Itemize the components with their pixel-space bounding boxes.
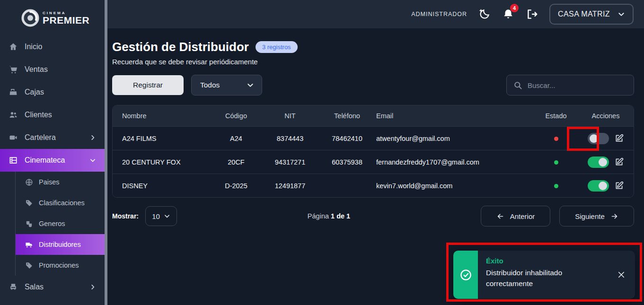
globe-icon	[25, 178, 33, 186]
truck-icon	[25, 241, 33, 249]
column-header-email: Email	[376, 112, 534, 120]
sidebar-subitem-paises[interactable]: Paises	[16, 172, 105, 192]
cell-nombre: DISNEY	[122, 182, 210, 190]
sidebar-item-salas[interactable]: Salas	[0, 276, 105, 298]
page-size-label: Mostrar:	[112, 212, 139, 220]
cell-nombre: 20 CENTURY FOX	[122, 158, 210, 166]
page-indicator: Página 1 de 1	[177, 212, 481, 220]
success-toast: Éxito Distribuidor inhabilitado correcta…	[453, 251, 635, 299]
column-header-codigo: Código	[210, 112, 262, 120]
cell-codigo: A24	[210, 135, 262, 142]
brand-premier-text: PREMIER	[43, 15, 89, 25]
edit-icon[interactable]	[614, 133, 624, 143]
column-header-acciones: Acciones	[578, 112, 634, 120]
next-page-label: Siguiente	[575, 212, 605, 220]
edit-icon[interactable]	[614, 157, 624, 167]
dark-mode-toggle-moon-icon[interactable]	[478, 8, 491, 20]
column-header-nombre: Nombre	[122, 112, 210, 120]
column-header-estado: Estado	[534, 112, 578, 120]
sidebar-subitem-label: Paises	[39, 178, 60, 186]
sidebar-item-cinemateca[interactable]: Cinemateca	[0, 149, 105, 172]
search-icon	[513, 81, 522, 90]
column-header-nit: NIT	[262, 112, 318, 120]
cinemateca-submenu: Paises Clasificaciones Generos Distribui…	[15, 172, 105, 276]
records-count-badge: 3 registros	[256, 41, 298, 53]
sidebar-subitem-label: Distribuidores	[39, 241, 81, 248]
search-input[interactable]	[528, 81, 627, 89]
sidebar-subitem-clasificaciones[interactable]: Clasificaciones	[16, 192, 105, 213]
sidebar-item-label: Ventas	[25, 65, 48, 74]
page-word: Página	[308, 212, 331, 220]
filter-dropdown-value: Todos	[200, 81, 220, 89]
distributors-table: Nombre Código NIT Teléfono Email Estado …	[112, 105, 634, 198]
sidebar-subitem-distribuidores[interactable]: Distribuidores	[16, 234, 105, 255]
chevron-right-icon	[89, 134, 96, 141]
cell-nombre: A24 FILMS	[122, 135, 210, 142]
sidebar-item-cajas[interactable]: Cajas	[0, 81, 105, 104]
register-button[interactable]: Registrar	[112, 75, 184, 95]
logout-icon[interactable]	[526, 8, 538, 20]
pagination-bar: Mostrar: 10 Página 1 de 1 Anterior Sigui…	[112, 206, 634, 227]
status-toggle[interactable]	[588, 157, 609, 168]
notifications-bell-icon[interactable]: 4	[502, 8, 514, 20]
toast-close-icon[interactable]	[615, 269, 627, 281]
sidebar-item-label: Cinemateca	[25, 156, 65, 165]
toast-message: Distribuidor inhabilitado correctamente	[486, 267, 597, 289]
tag-icon	[25, 261, 33, 270]
edit-icon[interactable]	[614, 181, 624, 191]
user-role-label: ADMINISTRADOR	[411, 11, 467, 17]
chevron-right-icon	[89, 284, 96, 290]
table-header-row: Nombre Código NIT Teléfono Email Estado …	[113, 105, 634, 126]
sidebar-item-label: Cartelera	[25, 133, 56, 142]
sidebar-subitem-generos[interactable]: Generos	[16, 213, 105, 234]
cell-codigo: 20CF	[210, 158, 262, 166]
chevron-down-icon	[247, 81, 254, 89]
cart-icon	[8, 65, 18, 74]
users-icon	[8, 110, 18, 120]
page-size-dropdown[interactable]: 10	[145, 206, 177, 226]
branch-selector-value: CASA MATRIZ	[558, 10, 610, 18]
sidebar-item-label: Salas	[25, 283, 44, 291]
cell-estado	[534, 135, 578, 142]
arrow-right-icon	[610, 212, 618, 220]
cell-telefono: 60375938	[318, 158, 376, 166]
cell-estado	[534, 182, 578, 190]
masks-icon	[25, 220, 33, 228]
status-dot	[554, 184, 558, 188]
sidebar-item-cartelera[interactable]: Cartelera	[0, 126, 105, 149]
sidebar-item-label: Clientes	[25, 111, 52, 119]
sidebar-subitem-label: Promociones	[39, 261, 79, 269]
cell-nit: 94317271	[262, 158, 318, 166]
cell-estado	[534, 158, 578, 166]
tag-icon	[25, 199, 33, 207]
chevron-down-icon	[618, 10, 625, 18]
check-circle-icon	[459, 269, 472, 281]
previous-page-label: Anterior	[510, 212, 535, 220]
notification-count-badge: 4	[510, 4, 519, 12]
filter-dropdown[interactable]: Todos	[191, 75, 262, 96]
cell-telefono: 78462410	[318, 135, 376, 142]
next-page-button[interactable]: Siguiente	[559, 206, 634, 227]
status-toggle[interactable]	[588, 133, 609, 144]
chevron-down-icon	[89, 157, 96, 164]
arrow-left-icon	[496, 212, 504, 220]
sidebar-item-label: Cajas	[25, 88, 44, 96]
toolbar: Registrar Todos	[112, 75, 634, 96]
sidebar-subitem-promociones[interactable]: Promociones	[16, 255, 105, 276]
sidebar-item-clientes[interactable]: Clientes	[0, 104, 105, 126]
sidebar-item-inicio[interactable]: Inicio	[0, 35, 105, 58]
table-row: 20 CENTURY FOX 20CF 94317271 60375938 fe…	[113, 150, 634, 174]
previous-page-button[interactable]: Anterior	[481, 206, 550, 227]
status-toggle[interactable]	[588, 180, 609, 192]
brand-logo: CINEMA PREMIER	[0, 0, 105, 35]
video-camera-icon	[8, 133, 18, 142]
search-box	[506, 75, 634, 96]
cell-acciones	[578, 180, 634, 192]
branch-selector[interactable]: CASA MATRIZ	[549, 4, 634, 25]
sidebar-item-label: Inicio	[25, 43, 42, 51]
cell-nit: 12491877	[262, 182, 318, 190]
topbar: ADMINISTRADOR 4 CASA MATRIZ	[107, 0, 644, 28]
film-icon	[8, 156, 18, 165]
sidebar-item-ventas[interactable]: Ventas	[0, 58, 105, 81]
table-row: DISNEY D-2025 12491877 kevin7.world@gmai…	[113, 174, 634, 197]
